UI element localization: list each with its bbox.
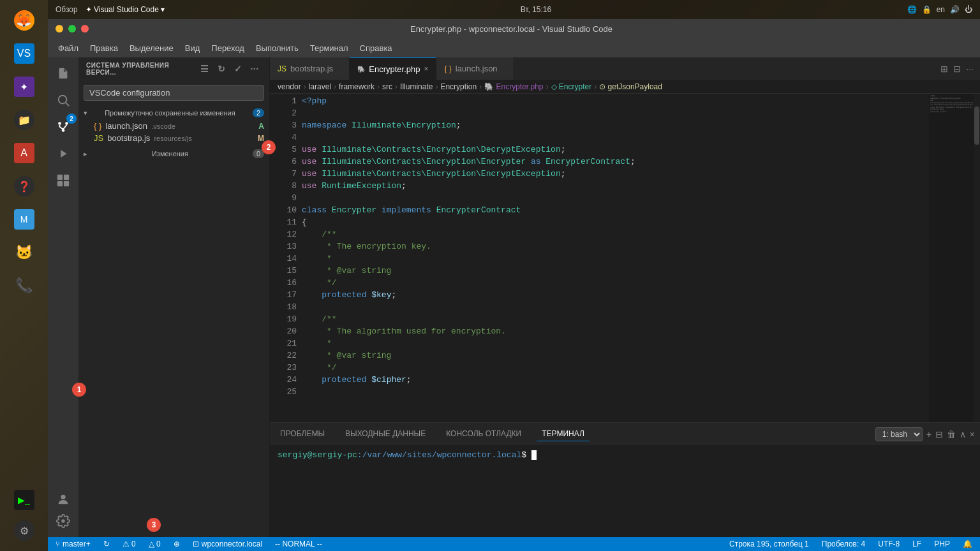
status-errors[interactable]: ⚠ 0	[120, 540, 138, 548]
breadcrumb-vendor[interactable]: vendor	[278, 82, 301, 91]
menu-run[interactable]: Выполнить	[251, 41, 304, 55]
scrollbar-thumb[interactable]	[974, 107, 979, 145]
split-terminal-btn[interactable]: ⊟	[935, 429, 943, 439]
menu-terminal[interactable]: Терминал	[305, 41, 353, 55]
maximize-button[interactable]	[68, 25, 76, 33]
taskbar-item4[interactable]: 📁	[9, 105, 40, 135]
menu-go[interactable]: Переход	[206, 41, 249, 55]
close-button[interactable]	[81, 25, 89, 33]
tab-terminal[interactable]: ТЕРМИНАЛ	[537, 427, 590, 441]
taskbar-item6[interactable]: ❓	[9, 171, 40, 202]
status-pin[interactable]: ⊕	[171, 540, 182, 548]
tab-launch-json[interactable]: { } launch.json ×	[436, 57, 514, 80]
terminal-cursor	[531, 450, 537, 460]
activity-explorer[interactable]	[52, 62, 74, 84]
staged-changes-section[interactable]: ▾ Промежуточно сохраненные изменения 2	[78, 106, 269, 120]
breadcrumb-encrypter-class[interactable]: ◇ Encrypter	[551, 82, 592, 91]
breadcrumb-illuminate[interactable]: Illuminate	[400, 82, 433, 91]
breadcrumb-framework[interactable]: framework	[339, 82, 375, 91]
breadcrumb-encrypter-file[interactable]: 🐘 Encrypter.php	[484, 82, 543, 91]
terminal-prompt: sergiy@sergiy-pc	[278, 450, 357, 460]
taskbar-firefox[interactable]: 🦊	[9, 5, 40, 36]
checklist-icon[interactable]: ☰	[198, 62, 212, 76]
breadcrumb-src[interactable]: src	[382, 82, 392, 91]
new-terminal-btn[interactable]: +	[926, 429, 932, 439]
tabs-bar: JS bootstrap.js × 🐘 Encrypter.php × { } …	[270, 57, 980, 80]
menu-file[interactable]: Файл	[53, 41, 84, 55]
terminal-toolbar: 1: bash + ⊟ 🗑 ∧ ×	[875, 427, 975, 441]
status-encoding[interactable]: UTF-8	[875, 540, 902, 548]
taskbar-item3[interactable]: ✦	[9, 71, 40, 102]
tab-label-encrypter: Encrypter.php	[369, 64, 420, 74]
taskbar-item8[interactable]: 🐱	[9, 237, 40, 268]
taskbar-item5[interactable]: A	[9, 138, 40, 168]
menu-view[interactable]: Вид	[180, 41, 205, 55]
more-icon[interactable]: ···	[248, 62, 262, 76]
breadcrumb-method[interactable]: ⊙ getJsonPayload	[599, 82, 662, 91]
activity-source-control[interactable]: 2	[52, 116, 74, 138]
file-icon-launch: { }	[94, 121, 101, 131]
status-warnings[interactable]: △ 0	[146, 540, 163, 548]
terminal-up-btn[interactable]: ∧	[960, 429, 966, 439]
changes-label: Изменения	[152, 150, 188, 158]
status-remote[interactable]: ⊡ wpconnector.local	[190, 540, 265, 548]
title-bar-title: Encrypter.php - wpconnector.local - Visu…	[89, 24, 934, 34]
menu-help[interactable]: Справка	[355, 41, 397, 55]
breadcrumb-encryption[interactable]: Encryption	[440, 82, 477, 91]
more-actions-btn[interactable]: ···	[965, 62, 975, 75]
code-editor[interactable]: 12345 678910 1112131415 1617181920 21222…	[270, 94, 980, 422]
staged-file-bootstrap-js[interactable]: JS bootstrap.js resources/js M	[78, 132, 269, 144]
menu-selection[interactable]: Выделение	[124, 41, 179, 55]
status-right: Строка 195, столбец 1 Пробелов: 4 UTF-8 …	[727, 540, 975, 548]
staged-file-launch-json[interactable]: { } launch.json .vscode A	[78, 120, 269, 132]
taskbar-item7[interactable]: M	[9, 204, 40, 235]
commit-message-input[interactable]	[84, 85, 264, 101]
tab-problems[interactable]: ПРОБЛЕМЫ	[275, 427, 330, 441]
activity-accounts[interactable]	[52, 489, 74, 510]
changes-count: 0	[253, 149, 264, 158]
tab-icon-encrypter: 🐘	[357, 66, 365, 73]
tab-debug-console[interactable]: КОНСОЛЬ ОТЛАДКИ	[441, 427, 526, 441]
terminal-shell-select[interactable]: 1: bash	[875, 427, 923, 441]
tab-close-encrypter[interactable]: ×	[424, 64, 428, 73]
refresh-icon[interactable]: ↻	[214, 62, 228, 76]
status-spaces[interactable]: Пробелов: 4	[819, 540, 868, 548]
filename-launch: launch.json	[105, 121, 147, 131]
status-line-col[interactable]: Строка 195, столбец 1	[727, 540, 812, 548]
activity-extensions[interactable]	[52, 170, 74, 191]
svg-point-3	[65, 122, 68, 125]
trash-terminal-btn[interactable]: 🗑	[947, 429, 956, 439]
taskbar-item9[interactable]: 📞	[9, 270, 40, 301]
changes-section[interactable]: ▸ Изменения 0	[78, 147, 269, 161]
terminal-close-btn[interactable]: ×	[970, 429, 975, 439]
status-branch[interactable]: ⑂ master+	[53, 540, 93, 548]
status-sync[interactable]: ↻	[101, 540, 112, 548]
tab-encrypter-php[interactable]: 🐘 Encrypter.php ×	[350, 57, 436, 80]
activity-settings[interactable]	[52, 510, 74, 532]
taskbar-vscode[interactable]: VS	[9, 38, 40, 69]
minimize-button[interactable]	[56, 25, 63, 33]
top-bar-vscode[interactable]: ✦ Visual Studio Code ▾	[85, 5, 165, 14]
breadcrumb-sep-3: ›	[377, 82, 380, 91]
svg-point-0	[59, 96, 67, 104]
tab-output[interactable]: ВЫХОДНЫЕ ДАННЫЕ	[340, 427, 431, 441]
breadcrumb-laravel[interactable]: laravel	[309, 82, 331, 91]
line-col-text: Строка 195, столбец 1	[729, 540, 809, 548]
layout-btn[interactable]: ⊟	[952, 62, 962, 75]
file-icon-bootstrap: JS	[94, 133, 103, 143]
taskbar-terminal[interactable]: ▶_	[9, 485, 40, 515]
tab-bootstrap-js[interactable]: JS bootstrap.js ×	[270, 57, 350, 80]
terminal-content[interactable]: sergiy@sergiy-pc:/var/www/sites/wpconnec…	[270, 445, 980, 537]
taskbar-settings[interactable]: ⚙	[9, 515, 40, 546]
menu-edit[interactable]: Правка	[85, 41, 123, 55]
status-language[interactable]: PHP	[932, 540, 953, 548]
activity-debug[interactable]	[52, 143, 74, 165]
top-bar-overview[interactable]: Обзор	[56, 5, 78, 14]
checkmark-icon[interactable]: ✓	[231, 62, 245, 76]
split-editor-btn[interactable]: ⊞	[939, 62, 949, 75]
status-notifications[interactable]: 🔔	[960, 540, 975, 548]
status-line-ending[interactable]: LF	[910, 540, 924, 548]
code-content[interactable]: <?php namespace Illuminate\Encryption; u…	[302, 94, 929, 422]
svg-point-4	[62, 129, 65, 132]
activity-search[interactable]	[52, 89, 74, 111]
